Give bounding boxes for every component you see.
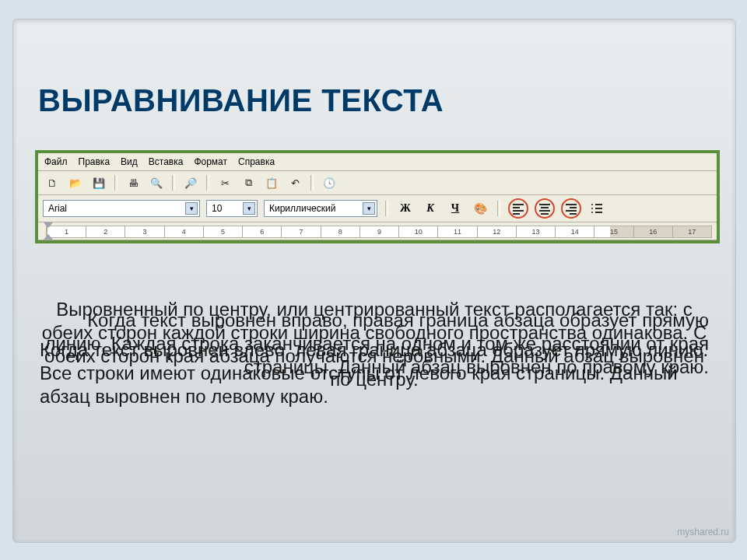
save-icon[interactable]: 💾 (89, 173, 108, 192)
font-color-button[interactable]: 🎨 (471, 199, 489, 218)
toolbar-sep (172, 175, 175, 191)
slide-frame: ВЫРАВНИВАНИЕ ТЕКСТА Файл Правка Вид Вста… (12, 19, 736, 543)
underline-button[interactable]: Ч (446, 199, 465, 218)
datetime-icon[interactable]: 🕓 (320, 173, 338, 192)
menu-view[interactable]: Вид (121, 156, 138, 167)
ruler-tick: 16 (633, 226, 672, 237)
new-file-icon[interactable]: 🗋 (43, 173, 61, 192)
ruler-scale: 1 2 3 4 5 6 7 8 9 10 11 12 13 14 15 16 1 (46, 226, 712, 238)
align-right-button[interactable] (561, 198, 581, 219)
toolbar-sep (310, 175, 314, 191)
format-toolbar: Arial ▾ 10 ▾ Кириллический ▾ Ж К Ч 🎨 (38, 195, 717, 222)
bullet-list-button[interactable] (587, 199, 606, 218)
toolbar-sep (497, 201, 500, 216)
bullet-list-icon (591, 204, 602, 213)
align-right-icon (566, 204, 577, 213)
ruler-tick: 17 (672, 226, 711, 237)
menu-help[interactable]: Справка (238, 156, 275, 167)
ruler-tick: 10 (398, 226, 437, 237)
toolbar-sep (206, 175, 209, 191)
ruler-ticks: 1 2 3 4 5 6 7 8 9 10 11 12 13 14 15 16 1 (47, 226, 711, 237)
ruler-tick: 5 (203, 226, 242, 237)
font-selector[interactable]: Arial ▾ (43, 200, 200, 217)
ruler-tick: 3 (124, 226, 163, 237)
open-file-icon[interactable]: 📂 (66, 173, 85, 192)
ruler-tick: 6 (242, 226, 281, 237)
paragraph-area: Выровненный по центру, или центрированны… (35, 281, 714, 522)
script-value: Кириллический (269, 203, 335, 214)
align-left-icon (513, 204, 524, 213)
chevron-down-icon: ▾ (363, 202, 375, 215)
paragraph-left: Когда текст выровнен влево, левая границ… (35, 338, 714, 408)
standard-toolbar: 🗋 📂 💾 🖶 🔍 🔎 ✂ ⧉ 📋 ↶ 🕓 (38, 171, 717, 195)
slide-title: ВЫРАВНИВАНИЕ ТЕКСТА (38, 83, 444, 118)
indent-marker-icon[interactable] (44, 222, 53, 240)
print-icon[interactable]: 🖶 (124, 173, 142, 192)
ruler-tick: 4 (164, 226, 203, 237)
font-size-selector[interactable]: 10 ▾ (206, 200, 258, 217)
cut-icon[interactable]: ✂ (216, 173, 234, 192)
watermark: myshared.ru (677, 527, 729, 537)
ruler-tick: 9 (359, 226, 398, 237)
ruler-tick: 8 (321, 226, 359, 237)
ruler-tick: 12 (477, 226, 516, 237)
ruler-tick: 15 (594, 226, 633, 237)
wordpad-window: Файл Правка Вид Вставка Формат Справка 🗋… (35, 150, 720, 243)
align-center-icon (539, 204, 550, 213)
find-icon[interactable]: 🔎 (181, 173, 200, 192)
ruler-tick: 11 (437, 226, 476, 237)
ruler-tick: 7 (281, 226, 320, 237)
align-left-button[interactable] (508, 198, 528, 219)
bold-button[interactable]: Ж (396, 199, 415, 218)
chevron-down-icon: ▾ (185, 202, 198, 215)
menu-bar: Файл Правка Вид Вставка Формат Справка (38, 153, 717, 171)
script-selector[interactable]: Кириллический ▾ (264, 200, 377, 217)
menu-format[interactable]: Формат (194, 156, 227, 167)
align-center-button[interactable] (535, 198, 555, 219)
menu-file[interactable]: Файл (44, 156, 68, 167)
ruler-tick: 13 (516, 226, 555, 237)
menu-edit[interactable]: Правка (79, 156, 110, 167)
ruler-tick: 2 (86, 226, 124, 237)
print-preview-icon[interactable]: 🔍 (147, 173, 166, 192)
menu-insert[interactable]: Вставка (149, 156, 184, 167)
undo-icon[interactable]: ↶ (286, 173, 304, 192)
font-size-value: 10 (212, 203, 222, 214)
slide-title-text: ВЫРАВНИВАНИЕ ТЕКСТА (38, 83, 444, 117)
italic-button[interactable]: К (421, 199, 440, 218)
paste-icon[interactable]: 📋 (262, 173, 281, 192)
chevron-down-icon: ▾ (243, 202, 255, 215)
toolbar-sep (114, 175, 117, 191)
ruler: 1 2 3 4 5 6 7 8 9 10 11 12 13 14 15 16 1 (38, 222, 717, 240)
ruler-tick: 14 (555, 226, 594, 237)
font-selector-value: Arial (48, 203, 67, 214)
toolbar-sep (385, 201, 388, 216)
copy-icon[interactable]: ⧉ (239, 173, 258, 192)
